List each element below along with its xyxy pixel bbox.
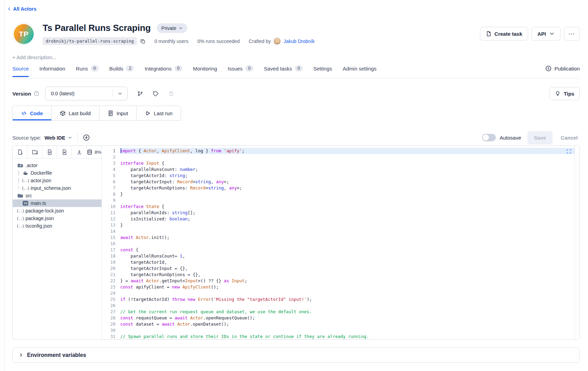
code-line[interactable]: 24 [102, 290, 579, 296]
code-line[interactable]: 31// Spawn parallel runs and store their… [102, 334, 579, 339]
code-line[interactable]: 16 [102, 241, 579, 247]
code-line[interactable]: 22} = await Actor.getInput<Input>() ?? {… [102, 278, 579, 284]
tab-issues[interactable]: Issues0 [228, 65, 253, 77]
new-file-button[interactable] [13, 146, 28, 158]
code-line[interactable]: 19 targetActorId, [102, 259, 579, 265]
breadcrumb-all-actors[interactable]: All Actors [7, 6, 36, 12]
tab-label: Source [12, 66, 29, 72]
api-button[interactable]: API [532, 27, 560, 41]
code-line[interactable]: 7 targetActorRunOptions: Record<string, … [102, 185, 579, 191]
file-item-input-schema-json[interactable]: └{..}input_schema.json [13, 184, 101, 192]
subtab-last-run[interactable]: Last run [137, 106, 181, 120]
code-line[interactable]: 25if (!targetActorId) throw new Error('M… [102, 296, 579, 303]
fullscreen-icon[interactable] [566, 149, 571, 154]
download-files-button[interactable] [72, 146, 87, 158]
tab-count-badge: 0 [91, 65, 99, 72]
file-item-main-ts[interactable]: └TSmain.ts [13, 199, 101, 207]
code-line[interactable]: 6 targetActorInput: Record<string, any>; [102, 179, 579, 185]
code-text: import { Actor, ApifyClient, log } from … [120, 148, 579, 154]
version-label: Version [12, 91, 31, 97]
code-line[interactable]: 23const apifyClient = new ApifyClient(); [102, 284, 579, 290]
code-line[interactable]: 8} [102, 191, 579, 197]
file-item-tsconfig-json[interactable]: {..}tsconfig.json [13, 222, 101, 230]
line-number: 8 [102, 191, 116, 197]
code-line[interactable]: 2 [102, 154, 579, 160]
tab-source[interactable]: Source [12, 65, 29, 77]
code-line[interactable]: 30 [102, 327, 579, 334]
code-line[interactable]: 1import { Actor, ApifyClient, log } from… [102, 148, 579, 154]
environment-variables-section[interactable]: › Environment variables [12, 348, 580, 363]
file-item-package-lock-json[interactable]: {..}package-lock.json [13, 207, 101, 215]
cancel-button[interactable]: Cancel [559, 131, 580, 144]
save-button[interactable]: Save [527, 131, 553, 144]
file-item-actor-json[interactable]: ├{..}actor.json [13, 177, 101, 184]
code-lines[interactable]: 1import { Actor, ApifyClient, log } from… [102, 148, 579, 339]
code-area[interactable]: 1import { Actor, ApifyClient, log } from… [102, 146, 579, 339]
git-branch-icon[interactable] [137, 91, 143, 97]
code-line[interactable]: 21 targetActorRunOptions = {}, [102, 272, 579, 278]
visibility-dropdown[interactable]: Private [157, 23, 188, 33]
code-line[interactable]: 4 parallelRunsCount: number; [102, 166, 579, 173]
tab-admin-settings[interactable]: Admin settings [343, 65, 376, 77]
author-link[interactable]: Jakub Drobník [284, 39, 314, 44]
tab-information[interactable]: Information [40, 65, 65, 77]
trash-icon[interactable] [168, 91, 174, 97]
tab-monitoring[interactable]: Monitoring [193, 65, 217, 77]
code-line[interactable]: 14 [102, 228, 579, 234]
tab-saved-tasks[interactable]: Saved tasks0 [264, 65, 303, 77]
code-line[interactable]: 18 parallelRunsCount= 1, [102, 253, 579, 259]
code-line[interactable]: 12 isInitialized: boolean; [102, 216, 579, 222]
code-line[interactable]: 28const requestQueue = await Actor.openR… [102, 315, 579, 321]
help-icon[interactable]: ? [34, 91, 39, 96]
tab-runs[interactable]: Runs0 [76, 65, 99, 77]
copy-icon[interactable] [140, 39, 146, 44]
tab-builds[interactable]: Builds2 [109, 65, 134, 77]
add-description[interactable]: + Add description... [12, 54, 56, 60]
create-task-button[interactable]: Create task [480, 27, 528, 41]
line-number: 5 [102, 173, 116, 179]
autosave-toggle[interactable] [482, 134, 496, 141]
code-line[interactable]: 15await Actor.init(); [102, 234, 579, 241]
file-item-package-json[interactable]: {..}package.json [13, 215, 101, 222]
code-line[interactable]: 3interface Input { [102, 160, 579, 166]
subtab-last-build[interactable]: Last build [52, 106, 99, 120]
chevron-right-icon: › [20, 351, 22, 360]
download-circle-icon[interactable] [83, 134, 90, 141]
code-line[interactable]: 11 parallelRunIds: string[]; [102, 210, 579, 216]
file-item-actor[interactable]: a.actor [13, 162, 101, 169]
code-text: if (!targetActorId) throw new Error('Mis… [120, 296, 579, 303]
upload-file-button[interactable] [42, 146, 57, 158]
code-line[interactable]: 29const dataset = await Actor.openDatase… [102, 321, 579, 327]
new-folder-button[interactable] [28, 146, 42, 158]
file-item-dockerfile[interactable]: ├Dockerfile [13, 169, 101, 177]
more-button[interactable]: ··· [564, 27, 580, 41]
file-label: package-lock.json [25, 208, 64, 214]
subtab-code[interactable]: Code [13, 106, 52, 120]
code-text: parallelRunIds: string[]; [120, 210, 579, 216]
tab-settings[interactable]: Settings [313, 65, 332, 77]
code-line[interactable]: 5 targetActorId: string; [102, 173, 579, 179]
code-line[interactable]: 9 [102, 197, 579, 204]
source-type-dropdown[interactable]: Web IDE [44, 135, 72, 141]
code-line[interactable]: 27// Get the current run request queue a… [102, 309, 579, 315]
tag-icon[interactable] [153, 91, 159, 97]
tab-integrations[interactable]: Integrations0 [145, 65, 182, 77]
file-item-src[interactable]: src [13, 192, 101, 199]
code-line[interactable]: 17const { [102, 247, 579, 253]
code-text: targetActorInput: Record<string, any>; [120, 179, 579, 185]
svg-text:?: ? [36, 92, 38, 95]
publication-link[interactable]: $ Publication [545, 65, 580, 72]
code-line[interactable]: 10interface State { [102, 204, 579, 210]
code-line[interactable]: 20 targetActorInput = {}, [102, 265, 579, 272]
import-file-button[interactable] [57, 146, 72, 158]
code-line[interactable]: 13} [102, 222, 579, 228]
code-line[interactable]: 26 [102, 303, 579, 309]
code-text: // Spawn parallel runs and store their I… [120, 334, 579, 339]
tips-button[interactable]: Tips [549, 87, 580, 100]
code-text: const apifyClient = new ApifyClient(); [120, 284, 579, 290]
code-text: const { [120, 247, 579, 253]
version-select[interactable]: 0.0 (latest) [45, 87, 128, 100]
folder-actor-icon: a [17, 163, 23, 168]
subtab-input[interactable]: Input [99, 106, 137, 120]
code-text: targetActorId, [120, 259, 579, 265]
